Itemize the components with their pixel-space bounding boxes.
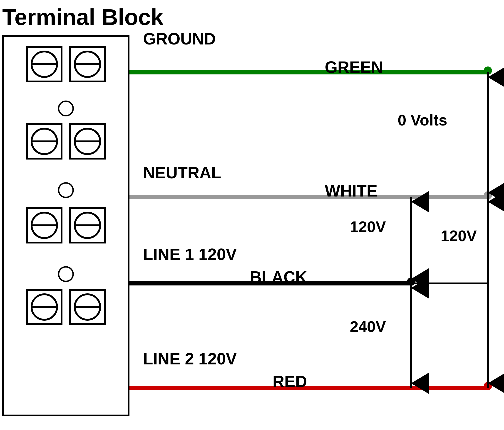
wire-green [129,70,488,74]
terminal-row-small-3 [4,266,128,282]
screw-terminal-5 [26,207,63,244]
terminal-row-ground [4,46,128,82]
screw-circle [31,51,58,78]
label-red: RED [273,372,307,391]
terminal-block [2,35,129,416]
small-terminal-1 [58,101,74,116]
terminal-row-small-2 [4,182,128,198]
screw-circle [74,293,101,321]
label-green: GREEN [325,58,383,77]
screw-line [31,306,58,308]
screw-circle [31,212,58,239]
terminal-row-line2 [4,289,128,325]
terminal-row-line1 [4,207,128,244]
screw-circle [74,51,101,78]
page-title: Terminal Block [2,4,163,30]
screw-terminal-3 [26,123,63,159]
wire-red [129,386,488,390]
label-120v-right: 120V [441,227,477,245]
screw-line [31,224,58,226]
terminal-row-neutral [4,123,128,159]
diagram-container: Terminal Block [0,0,504,430]
small-terminal-2 [58,182,74,198]
screw-circle [31,128,58,155]
screw-line [74,224,101,226]
screw-line [74,306,101,308]
small-terminal-3 [58,266,74,282]
label-neutral: NEUTRAL [143,163,221,182]
label-240v: 240V [350,318,386,335]
wire-endpoint-red [484,382,492,390]
screw-circle [31,293,58,321]
label-white: WHITE [325,182,378,200]
label-zero-volts: 0 Volts [398,111,447,129]
label-line1: LINE 1 120V [143,245,237,264]
label-black: BLACK [250,268,307,286]
screw-circle [74,212,101,239]
screw-line [31,140,58,142]
wire-white [129,195,488,199]
screw-line [31,63,58,65]
screw-terminal-7 [26,289,63,325]
screw-terminal-6 [69,207,106,244]
terminal-row-small-1 [4,101,128,116]
screw-circle [74,128,101,155]
screw-terminal-4 [69,123,106,159]
screw-line [74,140,101,142]
label-line2: LINE 2 120V [143,350,237,368]
label-120v-left: 120V [350,218,386,236]
screw-terminal-8 [69,289,106,325]
wire-endpoint-green [484,67,492,75]
label-ground: GROUND [143,29,216,48]
screw-terminal-1 [26,46,63,82]
wire-endpoint-black [407,278,415,286]
wire-endpoint-white [484,191,492,200]
screw-line [74,63,101,65]
screw-terminal-2 [69,46,106,82]
